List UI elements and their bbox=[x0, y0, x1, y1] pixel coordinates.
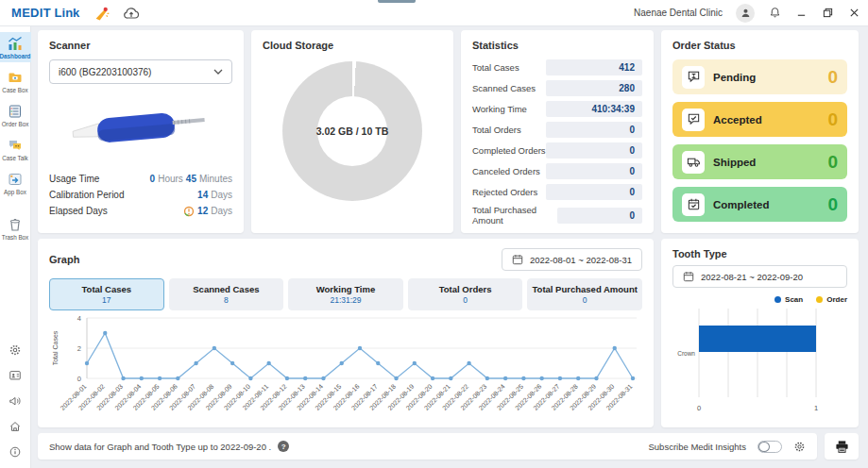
footer-info-bar: Show data for Graph and Tooth Type up to… bbox=[38, 433, 817, 460]
sidebar-item-dashboard[interactable]: Dashboard bbox=[0, 32, 31, 62]
help-question-icon[interactable]: ? bbox=[278, 441, 289, 452]
footer-note: Show data for Graph and Tooth Type up to… bbox=[49, 442, 271, 452]
order-status-label: Pending bbox=[713, 72, 756, 83]
sidebar-item-app-box[interactable]: App Box bbox=[0, 168, 31, 198]
scanner-device-name: i600 (BG2203100376) bbox=[59, 67, 151, 77]
order-status-pending[interactable]: Pending0 bbox=[672, 59, 847, 94]
svg-text:2: 2 bbox=[77, 344, 81, 353]
stat-value: 0 bbox=[546, 184, 642, 200]
sidebar-label: Dashboard bbox=[0, 53, 30, 59]
scanner-card: Scanner i600 (BG2203100376) bbox=[38, 30, 244, 233]
sidebar-item-trash-box[interactable]: Trash Box bbox=[0, 213, 31, 243]
tab-total-purchased-amount[interactable]: Total Purchased Amount 0 bbox=[527, 278, 642, 310]
order-status-shipped[interactable]: Shipped0 bbox=[672, 144, 847, 179]
order-status-label: Completed bbox=[713, 199, 769, 210]
stat-label: Total Cases bbox=[472, 62, 519, 73]
chevron-down-icon bbox=[213, 69, 223, 75]
stat-value: 0 bbox=[546, 142, 642, 159]
stat-value: 280 bbox=[546, 80, 642, 96]
graph-card: Graph 2022-08-01 ~ 2022-08-31 Total Case… bbox=[38, 239, 654, 427]
stat-value: 412 bbox=[546, 59, 642, 75]
stat-label: Total Orders bbox=[472, 125, 521, 135]
cloud-storage-card: Cloud Storage 3.02 GB / 10 TB bbox=[251, 30, 453, 233]
stat-label: Working Time bbox=[472, 104, 527, 114]
print-button[interactable] bbox=[825, 433, 859, 460]
order-status-count: 0 bbox=[827, 194, 838, 215]
order-list-icon bbox=[8, 104, 23, 119]
graph-title: Graph bbox=[49, 254, 79, 265]
remote-support-icon[interactable] bbox=[9, 369, 22, 382]
stat-value: 410:34:39 bbox=[546, 101, 642, 117]
announcement-horn-icon[interactable] bbox=[93, 6, 110, 21]
statistics-title: Statistics bbox=[472, 40, 642, 51]
stat-row: Total Cases412 bbox=[472, 59, 642, 75]
footer-settings-gear-icon[interactable] bbox=[793, 441, 806, 453]
order-legend-label: Order bbox=[826, 295, 847, 304]
storage-usage-text: 3.02 GB / 10 TB bbox=[282, 61, 422, 201]
sidebar-item-order-box[interactable]: Order Box bbox=[0, 100, 31, 130]
trash-icon bbox=[8, 217, 23, 232]
subscribe-toggle[interactable] bbox=[757, 441, 782, 453]
usage-hours: 0 bbox=[150, 171, 156, 187]
order-status-completed[interactable]: Completed0 bbox=[672, 187, 847, 222]
statistics-card: Statistics Total Cases412Scanned Cases28… bbox=[461, 30, 654, 233]
sidebar: Dashboard Case Box Order Box Case Talk A… bbox=[0, 26, 31, 468]
cloud-sync-icon[interactable] bbox=[123, 6, 140, 21]
usage-time-label: Usage Time bbox=[49, 171, 99, 187]
logo-link: Link bbox=[55, 6, 80, 20]
sidebar-label: Case Box bbox=[2, 87, 27, 93]
order-status-count: 0 bbox=[827, 152, 838, 173]
tab-total-orders[interactable]: Total Orders 0 bbox=[408, 278, 523, 310]
usage-minutes: 45 bbox=[186, 171, 196, 187]
user-avatar[interactable] bbox=[736, 4, 755, 23]
subscribe-label: Subscribe Medit Insights bbox=[649, 442, 747, 452]
stat-row: Total Orders0 bbox=[472, 122, 642, 138]
tab-scanned-cases[interactable]: Scanned Cases 8 bbox=[169, 278, 284, 310]
completed-icon bbox=[682, 193, 705, 216]
stat-row: Rejected Orders0 bbox=[472, 184, 642, 200]
calibration-value: 14 bbox=[197, 187, 208, 203]
order-status-rows: Pending0Accepted0Shipped0Completed0 bbox=[672, 59, 847, 222]
folder-icon bbox=[8, 70, 23, 85]
scan-legend-dot bbox=[774, 296, 781, 303]
tab-working-time[interactable]: Working Time 21:31:29 bbox=[288, 278, 403, 310]
scanner-select[interactable]: i600 (BG2203100376) bbox=[49, 59, 232, 84]
close-button[interactable] bbox=[847, 7, 860, 20]
sidebar-item-case-box[interactable]: Case Box bbox=[0, 66, 31, 96]
stat-value: 0 bbox=[546, 122, 642, 138]
order-legend-dot bbox=[816, 296, 823, 303]
stat-label: Scanned Cases bbox=[472, 83, 536, 93]
svg-text:1: 1 bbox=[814, 404, 818, 412]
settings-gear-icon[interactable] bbox=[9, 343, 22, 357]
info-icon[interactable] bbox=[9, 445, 22, 459]
sidebar-item-case-talk[interactable]: Case Talk bbox=[0, 134, 31, 164]
calibration-warning-icon bbox=[183, 206, 195, 217]
announcements-megaphone-icon[interactable] bbox=[9, 394, 22, 408]
stat-row: Total Purchased Amount0 bbox=[472, 205, 642, 226]
dashboard-chart-icon bbox=[8, 36, 23, 51]
pending-icon bbox=[682, 66, 705, 89]
usage-minutes-unit: Minutes bbox=[199, 171, 232, 187]
cloud-storage-title: Cloud Storage bbox=[263, 40, 442, 51]
notifications-bell-icon[interactable] bbox=[768, 7, 781, 20]
tooth-type-title: Tooth Type bbox=[672, 248, 847, 259]
minimize-button[interactable] bbox=[794, 7, 808, 20]
tooth-date-range-button[interactable]: 2022-08-21 ~ 2022-09-20 bbox=[672, 265, 847, 288]
restore-button[interactable] bbox=[821, 7, 834, 20]
svg-text:4: 4 bbox=[77, 314, 81, 323]
home-icon[interactable] bbox=[9, 420, 22, 433]
chat-bubbles-icon bbox=[8, 138, 23, 153]
scanner-title: Scanner bbox=[49, 40, 232, 51]
calendar-icon bbox=[683, 271, 694, 282]
sidebar-label: Case Talk bbox=[2, 155, 28, 161]
scan-legend-label: Scan bbox=[785, 295, 803, 304]
elapsed-label: Elapsed Days bbox=[49, 203, 108, 219]
app-box-arrow-icon bbox=[8, 172, 23, 187]
elapsed-unit: Days bbox=[211, 203, 232, 219]
graph-date-range-button[interactable]: 2022-08-01 ~ 2022-08-31 bbox=[502, 248, 642, 271]
title-bar: MEDIT Link Naenae Dental Clinic bbox=[0, 0, 868, 26]
order-status-count: 0 bbox=[827, 67, 838, 88]
order-status-accepted[interactable]: Accepted0 bbox=[672, 102, 847, 137]
tab-total-cases[interactable]: Total Cases 17 bbox=[49, 278, 164, 310]
calibration-label: Calibration Period bbox=[49, 187, 125, 203]
